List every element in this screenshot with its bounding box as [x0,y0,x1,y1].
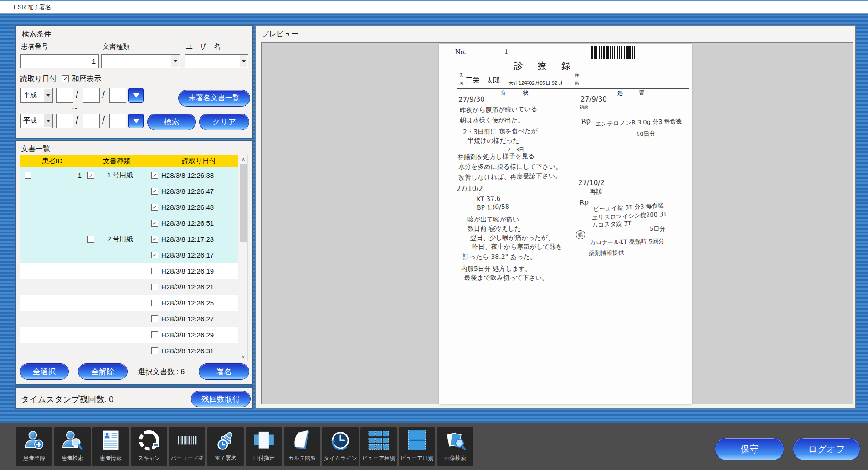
handwritten-line: 5日分 [650,225,665,233]
checkbox[interactable] [151,284,158,290]
maintenance-button[interactable]: 保守 [715,438,784,460]
toolbar-item-date-select[interactable]: 日付指定 [246,427,282,466]
date-check-cell [151,279,158,295]
select-all-button[interactable]: 全選択 [20,363,69,380]
get-remaining-button[interactable]: 残回数取得 [191,391,251,407]
doclist-scrollbar[interactable]: ∧ ∨ [239,155,248,361]
chevron-down-icon[interactable] [44,89,52,102]
doc-no-label: No. [455,48,466,56]
unsigned-docs-button[interactable]: 未署名文書一覧 [178,90,250,107]
table-row[interactable]: H28/3/8 12:26:25 [20,295,238,311]
toolbar-item-chart-view[interactable]: カルテ閲覧 [284,427,320,466]
col-doctype: 文書種類 [103,157,130,165]
viewer-day-icon [406,427,428,454]
toolbar-item-person-search[interactable]: 患者検索 [54,427,91,466]
checkbox[interactable]: ✓ [87,172,94,179]
toolbar-item-viewer-day[interactable]: ビューア日別 [399,427,435,466]
checkbox[interactable]: ✓ [151,188,158,195]
era-select-from[interactable]: 平成 [20,88,53,103]
table-row[interactable]: ✓H28/3/8 12:26:51 [20,215,238,231]
checkbox[interactable] [151,300,158,306]
sign-button[interactable]: 署名 [199,363,249,380]
date-check-cell: ✓ [151,183,158,199]
patient-number-input[interactable] [20,54,99,68]
read-date-cell: H28/3/8 12:26:31 [161,343,214,359]
toolbar-item-barcode[interactable]: バーコード発 [169,427,205,466]
preview-viewport[interactable]: No. 1 診 療 録 氏 名 三栄 太郎 大正12年02月0 [261,42,853,404]
patient-id-cell [47,311,82,327]
table-row[interactable]: ２号用紙✓H28/3/8 12:17:23 [20,231,238,247]
from-day-input[interactable] [109,88,126,103]
toolbar-item-timeline[interactable]: タイムライン [322,427,359,466]
toolbar-item-image-search[interactable]: 画像検索 [437,427,473,466]
table-row[interactable]: ✓H28/3/8 12:26:47 [20,183,238,199]
deselect-all-button[interactable]: 全解除 [78,363,128,380]
name-label-bottom: 名 [459,82,463,86]
handwritten-line: 翌日、少し喉が痛かったが、 [470,234,554,242]
patient-id-cell [47,199,82,215]
to-month-input[interactable] [83,114,100,128]
table-row[interactable]: H28/3/8 12:26:19 [20,263,238,279]
from-month-input[interactable] [83,88,100,103]
table-row[interactable]: ✓H28/3/8 12:26:48 [20,199,238,215]
chevron-down-icon[interactable] [171,55,179,67]
patient-name: 三栄 太郎 [466,76,500,85]
handwritten-line: 数日前 寝冷えした [467,225,521,233]
search-button[interactable]: 検索 [147,114,196,130]
checkbox[interactable]: ✓ [151,236,158,243]
date-separator: / [102,89,105,101]
checkbox[interactable]: ✓ [151,172,158,179]
preview-panel: プレビュー No. 1 診 療 録 氏 [255,25,856,409]
from-date-picker-button[interactable] [128,88,144,103]
checkbox[interactable] [151,347,158,354]
patient-id-cell [47,295,82,311]
checkbox[interactable] [151,331,158,338]
doctype-cell [97,247,142,263]
doc-no-value: 1 [504,48,508,56]
toolbar-item-scan[interactable]: スキャン [131,427,167,466]
checkbox[interactable] [25,172,31,179]
user-combobox[interactable] [185,54,248,68]
checkbox[interactable]: ✓ [151,220,158,227]
to-date-picker-button[interactable] [128,114,144,128]
patient-birth: 大正12年02月05日 92 才 [508,80,564,87]
read-date-cell: H28/3/8 12:26:21 [161,279,214,295]
date-check-cell [151,327,158,343]
toolbar-item-patient-info[interactable]: 患者情報 [92,427,129,466]
checkbox[interactable] [87,236,94,243]
table-row[interactable]: H28/3/8 12:26:29 [20,327,238,343]
checkbox[interactable]: ✓ [151,204,158,211]
era-select-to[interactable]: 平成 [20,114,53,128]
checkbox[interactable] [151,268,158,274]
to-year-input[interactable] [56,114,73,128]
scrollbar-thumb[interactable] [240,164,247,242]
table-row[interactable]: 1✓１号用紙✓H28/3/8 12:26:38 [20,167,238,183]
handwritten-line: 昨日、夜中から寒気がして熱を [472,243,562,251]
title-bar: ESR 電子署名 [0,0,868,14]
wareki-checkbox[interactable]: ✓ [62,75,69,82]
chevron-down-icon[interactable] [240,55,247,67]
doctype-check-cell [87,231,94,247]
read-date-cell: H28/3/8 12:26:17 [161,247,214,263]
toolbar-item-viewer-type[interactable]: ビューア種別 [360,427,397,466]
checkbox[interactable]: ✓ [151,252,158,258]
clear-button[interactable]: クリア [199,114,249,130]
chevron-down-icon[interactable] [44,114,52,127]
to-day-input[interactable] [109,114,126,128]
scroll-down-icon[interactable]: ∨ [240,353,247,361]
patient-id-cell [47,215,82,231]
from-year-input[interactable] [56,88,73,103]
doctype-cell [97,263,142,279]
scanned-document-page: No. 1 診 療 録 氏 名 三栄 太郎 大正12年02月0 [439,44,692,404]
table-row[interactable]: H28/3/8 12:26:27 [20,311,238,327]
table-row[interactable]: H28/3/8 12:26:31 [20,343,238,359]
doctype-combobox[interactable] [101,54,180,68]
scroll-up-icon[interactable]: ∧ [240,155,247,163]
handwritten-line: BP 130/58 [477,203,509,211]
checkbox[interactable] [151,315,158,322]
logoff-button[interactable]: ログオフ [793,438,860,460]
toolbar-item-stamp[interactable]: 電子署名 [207,427,244,466]
toolbar-item-person-add[interactable]: 患者登録 [16,427,52,466]
table-row[interactable]: H28/3/8 12:26:21 [20,279,238,295]
table-row[interactable]: ✓H28/3/8 12:26:17 [20,247,238,263]
